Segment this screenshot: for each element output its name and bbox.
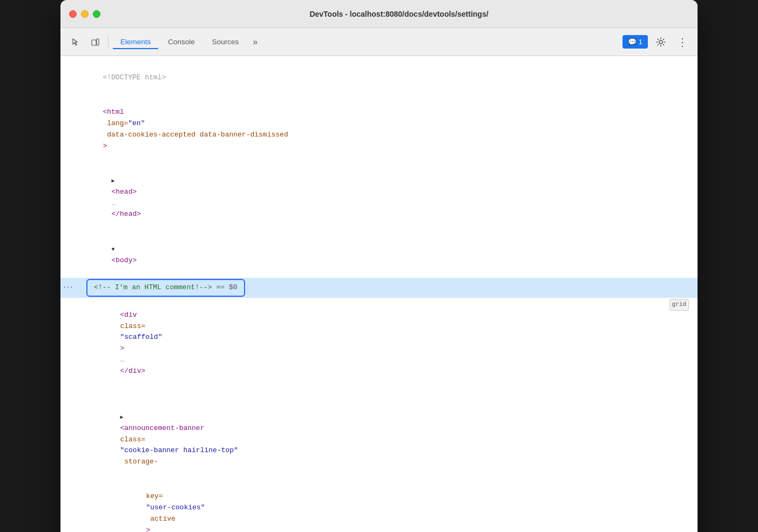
tab-sources[interactable]: Sources [205, 35, 247, 49]
comment-text: <!-- I'm an HTML comment!--> [94, 282, 212, 294]
grid-badge: grid [669, 299, 689, 311]
html-comment-node[interactable]: <!-- I'm an HTML comment!--> == $0 [86, 279, 245, 297]
maximize-button[interactable] [93, 10, 100, 18]
tab-elements[interactable]: Elements [113, 35, 158, 49]
html-open-line[interactable]: <html lang="en" data-cookies-accepted da… [60, 95, 698, 163]
announcement-banner-line2: key= "user-cookies" active > … </announc… [60, 480, 698, 532]
toolbar-right: 💬 1 ⋮ [622, 33, 691, 51]
expand-announcement-icon[interactable]: ▶ [120, 413, 123, 422]
elements-panel: <!DOCTYPE html> <html lang="en" data-coo… [60, 56, 698, 532]
notification-icon: 💬 [628, 38, 637, 46]
titlebar: DevTools - localhost:8080/docs/devtools/… [60, 0, 698, 28]
equals-sign: == [216, 282, 225, 294]
devtools-window: DevTools - localhost:8080/docs/devtools/… [60, 0, 698, 532]
devtools-toolbar: Elements Console Sources » 💬 1 ⋮ [60, 28, 698, 56]
more-tabs-button[interactable]: » [248, 34, 262, 50]
notification-count: 1 [639, 38, 642, 46]
device-toggle-button[interactable] [86, 33, 104, 51]
announcement-banner-line1[interactable]: ▶ <announcement-banner class= "cookie-ba… [60, 400, 698, 480]
context-menu-dots[interactable]: ··· [63, 283, 73, 293]
expand-head-icon[interactable]: ▶ [111, 177, 114, 186]
minimize-button[interactable] [81, 10, 89, 18]
svg-point-2 [659, 40, 662, 44]
inspect-element-button[interactable] [67, 33, 84, 51]
traffic-lights [69, 10, 100, 18]
dom-tree: <!DOCTYPE html> <html lang="en" data-coo… [60, 56, 698, 532]
toolbar-divider [108, 36, 109, 49]
cursor-icon [71, 38, 80, 46]
tab-console[interactable]: Console [160, 35, 202, 49]
notification-button[interactable]: 💬 1 [622, 35, 648, 49]
div-scaffold-line[interactable]: <div class= "scaffold" > … </div> grid [60, 298, 698, 400]
svg-rect-1 [97, 39, 99, 45]
comment-row[interactable]: ··· <!-- I'm an HTML comment!--> == $0 [60, 278, 698, 298]
body-open-line[interactable]: ▼ <body> [60, 232, 698, 278]
svg-rect-0 [92, 40, 96, 45]
settings-button[interactable] [652, 33, 669, 51]
device-icon [91, 38, 99, 46]
window-title: DevTools - localhost:8080/docs/devtools/… [109, 10, 689, 18]
close-button[interactable] [69, 10, 77, 18]
dollar-zero: $0 [229, 282, 238, 294]
doctype-line: <!DOCTYPE html> [60, 60, 698, 95]
expand-body-icon[interactable]: ▼ [111, 245, 114, 254]
gear-icon [656, 37, 666, 47]
head-line[interactable]: ▶ <head> … </head> [60, 163, 698, 232]
more-options-button[interactable]: ⋮ [674, 33, 691, 51]
